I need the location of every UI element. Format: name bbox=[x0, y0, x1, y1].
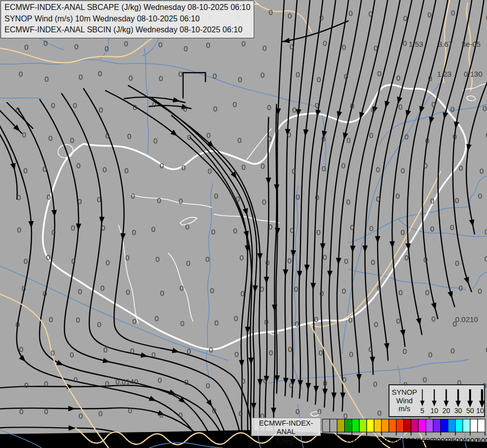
cape-tick-label: 1000 bbox=[403, 437, 419, 445]
rivers-layer bbox=[0, 0, 487, 389]
streamline-arrowhead bbox=[331, 393, 337, 400]
streamline-arrowhead bbox=[390, 241, 395, 248]
streamline-arrowhead bbox=[404, 110, 411, 118]
streamline-arrowhead bbox=[257, 253, 263, 260]
streamline-arrowheads-layer bbox=[10, 38, 476, 431]
cape-color-cell bbox=[396, 419, 404, 432]
cape-tick-label: 1500 bbox=[418, 437, 434, 445]
wind-arrow-head bbox=[456, 401, 461, 407]
streamline-arrowhead bbox=[370, 357, 376, 364]
cape-color-cell bbox=[441, 419, 448, 432]
wind-legend-title: SYNOP Wind m/s bbox=[390, 388, 418, 413]
cape-color-cell bbox=[478, 419, 485, 432]
streamline-arrowhead bbox=[239, 360, 245, 367]
map-canvas bbox=[0, 0, 487, 448]
cape-color-cell bbox=[345, 419, 352, 432]
streamline-arrowhead bbox=[251, 403, 256, 410]
title-line-sbcape: ECMWF-INDEX-ANAL SBCAPE (J/kg) Wednesday… bbox=[4, 2, 250, 13]
cape-color-cell bbox=[322, 419, 330, 432]
streamline-arrowhead bbox=[428, 116, 435, 124]
streamline-arrowhead bbox=[327, 271, 332, 278]
streamline-arrowhead bbox=[313, 386, 319, 393]
cape-color-cell bbox=[433, 419, 441, 432]
cape-tick-label: 2000 bbox=[433, 437, 449, 445]
cape-tick-label: 6000 bbox=[477, 437, 487, 445]
cape-color-cell bbox=[352, 419, 359, 432]
streamline-arrowhead bbox=[305, 383, 311, 390]
cape-color-cell bbox=[389, 419, 396, 432]
streamline-arrowhead bbox=[322, 389, 328, 396]
streamline-arrowhead bbox=[274, 184, 280, 191]
map-title-box: ECMWF-INDEX-ANAL SBCAPE (J/kg) Wednesday… bbox=[0, 0, 254, 38]
weather-map-screenshot: 0000000000000000000000000000000000000000… bbox=[0, 0, 487, 448]
streamline-arrowhead bbox=[362, 245, 368, 252]
wind-speed-label: 30 bbox=[454, 407, 462, 415]
streamline-arrowhead bbox=[290, 379, 295, 386]
streamline-arrowhead bbox=[76, 224, 82, 231]
wind-legend-title-line2: Wind bbox=[390, 397, 418, 405]
cape-color-cell bbox=[411, 419, 418, 432]
streamline-arrowhead bbox=[52, 210, 57, 218]
streamline-arrowhead bbox=[320, 243, 325, 250]
cape-tick-label: 800 bbox=[390, 437, 402, 445]
cape-tick-label: 400 bbox=[361, 437, 373, 445]
streamline-arrowhead bbox=[341, 132, 348, 140]
streamline-arrowhead bbox=[283, 378, 289, 385]
cape-color-cell bbox=[463, 419, 470, 432]
streamline-arrowhead bbox=[336, 258, 341, 265]
streamline-arrowhead bbox=[340, 393, 346, 400]
wind-arrow-head bbox=[432, 401, 436, 407]
cape-color-cell bbox=[382, 419, 389, 432]
wind-speed-arrows: 510203050100 bbox=[417, 386, 485, 417]
wind-speed-label: 20 bbox=[442, 407, 450, 415]
streamline-arrowhead bbox=[243, 208, 250, 216]
streamline-arrowhead bbox=[395, 97, 402, 105]
streamline-arrowhead bbox=[296, 271, 302, 278]
streamline-arrowhead bbox=[257, 379, 263, 386]
streamline-arrowhead bbox=[417, 106, 424, 114]
streamline-arrowhead bbox=[56, 360, 65, 367]
streamline-arrowhead bbox=[248, 357, 254, 364]
streamline-arrowhead bbox=[383, 101, 390, 109]
streamline-arrowhead bbox=[264, 376, 270, 383]
streamline-arrowhead bbox=[266, 178, 271, 185]
streamline-arrowhead bbox=[172, 348, 180, 355]
streamline-arrowhead bbox=[285, 129, 290, 136]
streamline-arrowhead bbox=[149, 396, 157, 403]
streamline-arrowhead bbox=[271, 408, 277, 415]
cape-color-cell bbox=[426, 419, 433, 432]
wind-legend-title-line1: SYNOP bbox=[390, 388, 418, 397]
cape-tick-label: 200 bbox=[346, 437, 358, 445]
wind-arrow-head bbox=[444, 401, 449, 407]
cape-color-cell bbox=[337, 419, 345, 432]
streamline-arrowhead bbox=[431, 303, 438, 311]
wind-legend: SYNOP Wind m/s 510203050100 bbox=[389, 384, 485, 417]
cape-color-cell bbox=[456, 419, 463, 432]
cape-color-cell bbox=[404, 419, 411, 432]
streamline-arrowhead bbox=[173, 97, 181, 104]
cape-color-cell bbox=[330, 419, 337, 432]
cape-color-cell bbox=[418, 419, 426, 432]
streamline-arrowhead bbox=[297, 380, 303, 387]
cape-color-cell bbox=[367, 419, 374, 432]
streamline-arrowhead bbox=[375, 236, 381, 243]
wind-speed-label: 100 bbox=[476, 407, 485, 415]
wind-speed-label: 5 bbox=[420, 407, 424, 415]
streamline-arrowhead bbox=[158, 410, 166, 418]
cape-color-cell bbox=[359, 419, 367, 432]
streamline-arrowhead bbox=[310, 283, 316, 290]
cape-color-cell bbox=[470, 419, 478, 432]
cape-color-cell bbox=[448, 419, 456, 432]
streamline-arrowhead bbox=[356, 374, 362, 381]
wind-legend-title-line3: m/s bbox=[390, 405, 418, 413]
streamline-arrowhead bbox=[448, 291, 455, 299]
wind-speed-label: 10 bbox=[430, 407, 438, 415]
cape-tick-label: 600 bbox=[376, 437, 388, 445]
streamline-arrowhead bbox=[384, 343, 390, 350]
streamline-arrowhead bbox=[264, 277, 269, 284]
streamline-arrowhead bbox=[28, 221, 34, 228]
cape-colorbar: 0200400600800100015002000250040006000 bbox=[251, 417, 487, 448]
streamline-arrowhead bbox=[302, 129, 308, 137]
title-line-wind: SYNOP Wind (m/s) 10m Wednesday 08-10-202… bbox=[4, 13, 250, 25]
streamline-arrowhead bbox=[68, 406, 75, 411]
